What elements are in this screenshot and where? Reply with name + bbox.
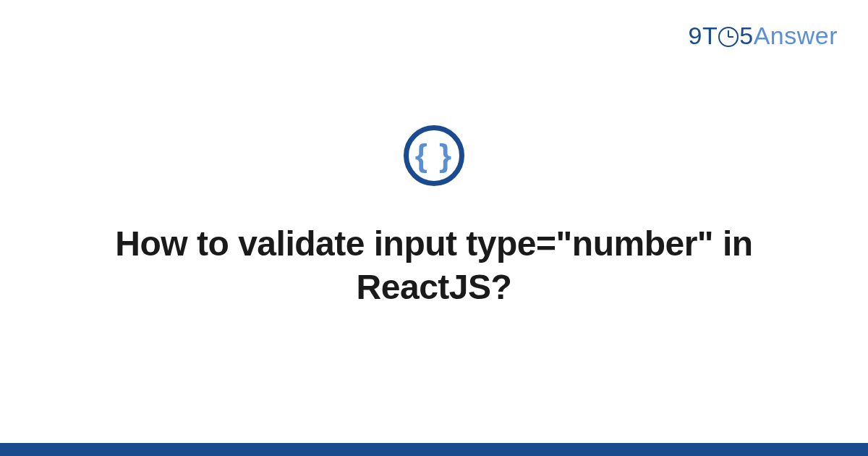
footer-accent-bar xyxy=(0,443,868,456)
code-braces-icon: { } xyxy=(404,125,464,186)
braces-glyph: { } xyxy=(415,140,453,172)
main-content: { } How to validate input type="number" … xyxy=(0,0,868,456)
question-title: How to validate input type="number" in R… xyxy=(109,222,760,309)
